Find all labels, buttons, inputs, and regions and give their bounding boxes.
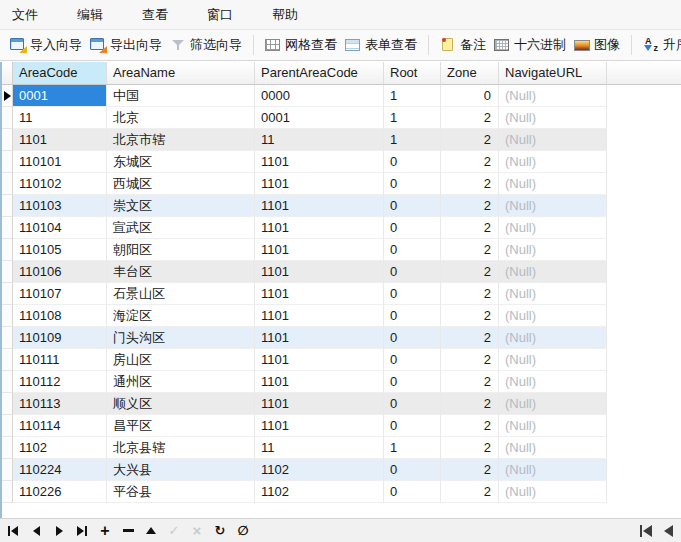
column-header-areacode[interactable]: AreaCode (13, 62, 107, 85)
table-row[interactable]: 110114 昌平区 1101 0 2 (Null) (2, 415, 681, 437)
cell-areacode[interactable]: 110226 (13, 481, 107, 503)
cell-zone[interactable]: 2 (441, 305, 499, 327)
cell-root[interactable]: 0 (384, 239, 441, 261)
cell-areaname[interactable]: 房山区 (107, 349, 255, 371)
cell-areaname[interactable]: 顺义区 (107, 393, 255, 415)
cell-areaname[interactable]: 平谷县 (107, 481, 255, 503)
sort-ascending-button[interactable]: Az 升序排序 (639, 33, 681, 57)
row-selector[interactable] (2, 151, 13, 173)
cell-areacode[interactable]: 110101 (13, 151, 107, 173)
scroll-left-button[interactable] (661, 524, 675, 538)
cell-areacode[interactable]: 110103 (13, 195, 107, 217)
table-row[interactable]: 110108 海淀区 1101 0 2 (Null) (2, 305, 681, 327)
cell-root[interactable]: 0 (384, 393, 441, 415)
cell-parentareacode[interactable]: 1101 (255, 195, 384, 217)
filter-wizard-button[interactable]: 筛选向导 (166, 33, 246, 57)
cell-navigateurl[interactable]: (Null) (499, 327, 607, 349)
delete-record-button[interactable] (121, 524, 135, 538)
cell-areacode[interactable]: 110107 (13, 283, 107, 305)
row-selector[interactable] (2, 371, 13, 393)
cell-areaname[interactable]: 崇文区 (107, 195, 255, 217)
cell-parentareacode[interactable]: 1101 (255, 327, 384, 349)
cell-parentareacode[interactable]: 0000 (255, 85, 384, 107)
export-wizard-button[interactable]: 导出向导 (86, 33, 166, 57)
table-row[interactable]: 110104 宣武区 1101 0 2 (Null) (2, 217, 681, 239)
refresh-button[interactable]: ↻ (213, 524, 227, 538)
grid-view-button[interactable]: 网格查看 (261, 33, 341, 57)
cell-zone[interactable]: 2 (441, 327, 499, 349)
cancel-edit-button[interactable]: × (190, 524, 204, 538)
row-selector[interactable] (2, 239, 13, 261)
cell-navigateurl[interactable]: (Null) (499, 349, 607, 371)
column-header-areaname[interactable]: AreaName (107, 62, 255, 85)
table-row[interactable]: 110113 顺义区 1101 0 2 (Null) (2, 393, 681, 415)
cell-zone[interactable]: 2 (441, 371, 499, 393)
cell-root[interactable]: 0 (384, 261, 441, 283)
stop-button[interactable]: ∅ (236, 524, 250, 538)
cell-navigateurl[interactable]: (Null) (499, 371, 607, 393)
cell-areaname[interactable]: 宣武区 (107, 217, 255, 239)
cell-areacode[interactable]: 1101 (13, 129, 107, 151)
cell-navigateurl[interactable]: (Null) (499, 107, 607, 129)
cell-areaname[interactable]: 丰台区 (107, 261, 255, 283)
cell-zone[interactable]: 2 (441, 239, 499, 261)
cell-areaname[interactable]: 北京县辖 (107, 437, 255, 459)
cell-root[interactable]: 0 (384, 283, 441, 305)
cell-areacode[interactable]: 110111 (13, 349, 107, 371)
cell-navigateurl[interactable]: (Null) (499, 261, 607, 283)
cell-areaname[interactable]: 北京 (107, 107, 255, 129)
cell-zone[interactable]: 2 (441, 195, 499, 217)
menu-view[interactable]: 查看 (142, 6, 168, 24)
cell-root[interactable]: 0 (384, 415, 441, 437)
cell-areaname[interactable]: 昌平区 (107, 415, 255, 437)
cell-navigateurl[interactable]: (Null) (499, 173, 607, 195)
cell-parentareacode[interactable]: 1102 (255, 459, 384, 481)
cell-parentareacode[interactable]: 1101 (255, 371, 384, 393)
cell-root[interactable]: 1 (384, 107, 441, 129)
insert-record-button[interactable]: + (98, 524, 112, 538)
cell-parentareacode[interactable]: 11 (255, 437, 384, 459)
cell-areacode[interactable]: 110105 (13, 239, 107, 261)
cell-zone[interactable]: 2 (441, 283, 499, 305)
cell-zone[interactable]: 2 (441, 107, 499, 129)
cell-parentareacode[interactable]: 1101 (255, 151, 384, 173)
row-selector[interactable] (2, 173, 13, 195)
cell-root[interactable]: 0 (384, 459, 441, 481)
import-wizard-button[interactable]: 导入向导 (6, 33, 86, 57)
first-record-button[interactable] (6, 524, 20, 538)
cell-zone[interactable]: 2 (441, 151, 499, 173)
cell-root[interactable]: 0 (384, 327, 441, 349)
cell-parentareacode[interactable]: 1101 (255, 393, 384, 415)
table-row[interactable]: 0001 中国 0000 1 0 (Null) (2, 85, 681, 107)
cell-navigateurl[interactable]: (Null) (499, 437, 607, 459)
prior-record-button[interactable] (29, 524, 43, 538)
cell-zone[interactable]: 0 (441, 85, 499, 107)
row-selector[interactable] (2, 261, 13, 283)
cell-areaname[interactable]: 门头沟区 (107, 327, 255, 349)
column-header-root[interactable]: Root (384, 62, 441, 85)
cell-areacode[interactable]: 110224 (13, 459, 107, 481)
cell-areacode[interactable]: 110108 (13, 305, 107, 327)
cell-navigateurl[interactable]: (Null) (499, 393, 607, 415)
next-record-button[interactable] (52, 524, 66, 538)
cell-root[interactable]: 0 (384, 349, 441, 371)
table-row[interactable]: 1102 北京县辖 11 1 2 (Null) (2, 437, 681, 459)
cell-areaname[interactable]: 通州区 (107, 371, 255, 393)
cell-areaname[interactable]: 石景山区 (107, 283, 255, 305)
table-row[interactable]: 110105 朝阳区 1101 0 2 (Null) (2, 239, 681, 261)
row-selector[interactable] (2, 129, 13, 151)
table-row[interactable]: 110102 西城区 1101 0 2 (Null) (2, 173, 681, 195)
cell-areaname[interactable]: 大兴县 (107, 459, 255, 481)
cell-areaname[interactable]: 朝阳区 (107, 239, 255, 261)
cell-areaname[interactable]: 西城区 (107, 173, 255, 195)
cell-navigateurl[interactable]: (Null) (499, 415, 607, 437)
row-selector[interactable] (2, 481, 13, 503)
cell-areacode[interactable]: 110114 (13, 415, 107, 437)
cell-navigateurl[interactable]: (Null) (499, 459, 607, 481)
cell-root[interactable]: 0 (384, 217, 441, 239)
cell-areaname[interactable]: 中国 (107, 85, 255, 107)
cell-zone[interactable]: 2 (441, 437, 499, 459)
table-row[interactable]: 110106 丰台区 1101 0 2 (Null) (2, 261, 681, 283)
table-row[interactable]: 110224 大兴县 1102 0 2 (Null) (2, 459, 681, 481)
cell-navigateurl[interactable]: (Null) (499, 129, 607, 151)
